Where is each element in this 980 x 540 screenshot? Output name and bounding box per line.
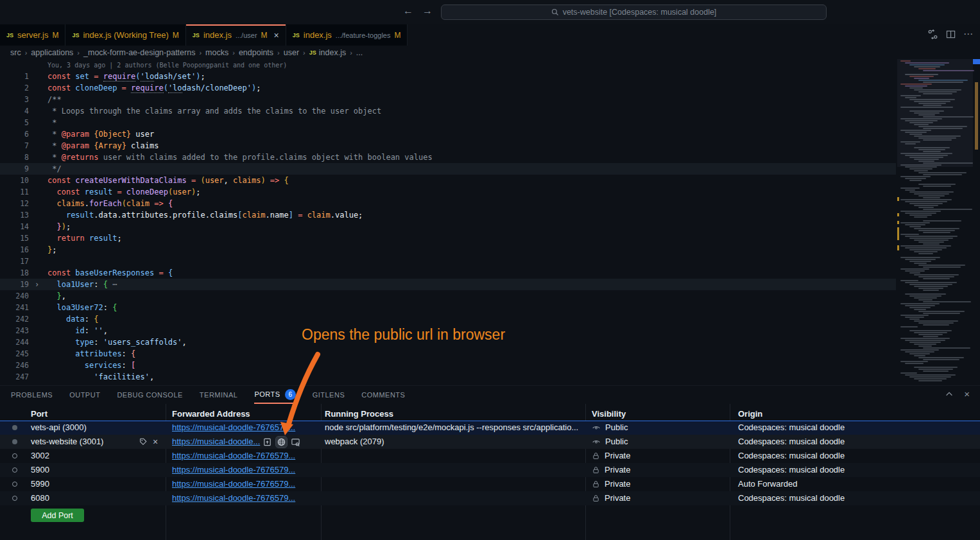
close-panel-icon[interactable]: × xyxy=(964,388,970,399)
line-number: 15 xyxy=(0,232,29,244)
forwarded-address-link[interactable]: https://musical-doodle-7676579... xyxy=(172,421,295,435)
code-text: attributes: { xyxy=(47,348,896,360)
panel-tab-problems[interactable]: PROBLEMS xyxy=(11,386,53,404)
preview-in-editor-icon[interactable] xyxy=(290,437,301,448)
code-text: * xyxy=(47,117,896,128)
nav-back-icon[interactable]: ← xyxy=(403,5,413,17)
line-number: 16 xyxy=(0,244,29,256)
breadcrumb-item[interactable]: endpoints xyxy=(239,48,273,57)
port-visibility: Private xyxy=(592,491,630,505)
panel-tab-gitlens[interactable]: GITLENS xyxy=(313,386,345,404)
title-bar: ← → vets-website [Codespaces: musical do… xyxy=(0,0,980,24)
overview-ruler[interactable] xyxy=(973,59,980,385)
breadcrumb-item[interactable]: src xyxy=(10,48,21,57)
more-actions-icon[interactable]: ⋯ xyxy=(963,28,974,40)
code-line: 14 }); xyxy=(0,221,896,232)
port-visibility: Private xyxy=(592,449,630,463)
search-text: vets-website [Codespaces: musical doodle… xyxy=(563,8,717,17)
port-row[interactable]: 3002https://musical-doodle-7676579...Pri… xyxy=(0,449,980,463)
tab-filename: index.js xyxy=(203,30,232,40)
ruler-scroll-thumb[interactable] xyxy=(975,82,978,150)
breadcrumb-item[interactable]: user xyxy=(284,48,299,57)
breadcrumb-item[interactable]: applications xyxy=(31,48,73,57)
code-text: }); xyxy=(47,221,896,232)
fold-gutter xyxy=(29,198,47,209)
fold-gutter xyxy=(29,371,47,383)
code-line: 246 services: [ xyxy=(0,360,896,371)
breadcrumb-item[interactable]: JSindex.js xyxy=(309,48,346,57)
panel-tab-debug-console[interactable]: DEBUG CONSOLE xyxy=(117,386,182,404)
code-text: 'facilities', xyxy=(47,371,896,383)
breadcrumb-item[interactable]: mocks xyxy=(205,48,228,57)
forwarded-address-link[interactable]: https://musical-doodle-7676579... xyxy=(172,477,295,491)
js-file-icon: JS xyxy=(293,32,300,39)
forwarded-address-link[interactable]: https://musical-doodle-7676579... xyxy=(172,463,295,477)
forwarded-address-link[interactable]: https://musical-doodle-7676579... xyxy=(172,449,295,463)
port-origin: Codespaces: musical doodle xyxy=(738,491,845,505)
minimap[interactable] xyxy=(897,59,973,385)
tab-path-description: .../user xyxy=(236,31,257,39)
code-text: const set = require('lodash/set'); xyxy=(47,71,896,82)
command-center-search[interactable]: vets-website [Codespaces: musical doodle… xyxy=(441,4,827,20)
col-header-origin: Origin xyxy=(738,409,762,419)
port-row[interactable]: vets-website (3001)×https://musical-dood… xyxy=(0,435,980,449)
code-text: }; xyxy=(47,244,896,256)
code-text: result.data.attributes.profile.claims[cl… xyxy=(47,209,896,221)
copy-address-icon[interactable] xyxy=(262,437,273,448)
port-visibility: Public xyxy=(592,421,628,435)
nav-forward-icon[interactable]: → xyxy=(422,5,433,17)
port-row-actions: × xyxy=(139,436,158,448)
editor-tab-1[interactable]: JSserver.jsM xyxy=(0,24,65,46)
git-blame-annotation: You, 3 days ago | 2 authors (Belle Poopo… xyxy=(47,62,287,69)
fold-gutter xyxy=(29,232,47,244)
modified-badge: M xyxy=(52,31,58,40)
port-row[interactable]: 6080https://musical-doodle-7676579...Pri… xyxy=(0,491,980,505)
port-name: vets-website (3001) xyxy=(31,435,103,449)
line-number: 9 xyxy=(0,163,29,175)
ruler-viewport-mark xyxy=(973,59,980,64)
js-file-icon: JS xyxy=(309,49,316,56)
forwarded-address-link[interactable]: https://musical-doodle-7676579... xyxy=(172,491,295,505)
running-process: webpack (2079) xyxy=(325,435,384,449)
code-line: 12 claims.forEach(claim => { xyxy=(0,198,896,209)
set-port-label-icon[interactable] xyxy=(139,437,148,446)
add-port-button[interactable]: Add Port xyxy=(31,509,84,522)
port-origin: Auto Forwarded xyxy=(738,477,798,491)
code-text: services: [ xyxy=(47,360,896,371)
code-text: return result; xyxy=(47,232,896,244)
maximize-panel-icon[interactable] xyxy=(945,390,954,399)
port-name: 5990 xyxy=(31,477,49,491)
breadcrumb-separator-icon: › xyxy=(77,49,80,57)
open-in-browser-globe-icon[interactable] xyxy=(276,437,287,448)
fold-gutter xyxy=(29,256,47,267)
close-tab-icon[interactable]: × xyxy=(274,30,279,40)
line-number: 17 xyxy=(0,256,29,267)
lock-icon xyxy=(592,480,600,489)
tab-bar: JSserver.jsMJSindex.js (Working Tree)MJS… xyxy=(0,24,980,46)
fold-chevron-icon[interactable]: › xyxy=(29,279,47,290)
line-number: 246 xyxy=(0,360,29,371)
breadcrumb-item[interactable]: _mock-form-ae-design-patterns xyxy=(83,48,195,57)
code-text: }, xyxy=(47,290,896,302)
split-editor-icon[interactable] xyxy=(946,30,956,39)
panel-tab-terminal[interactable]: TERMINAL xyxy=(200,386,238,404)
lock-icon xyxy=(592,451,600,460)
editor-tab-3[interactable]: JSindex.js.../userM× xyxy=(186,24,286,46)
line-number: 8 xyxy=(0,152,29,163)
panel-tab-output[interactable]: OUTPUT xyxy=(69,386,100,404)
port-row[interactable]: 5990https://musical-doodle-7676579...Pri… xyxy=(0,477,980,491)
editor-tab-2[interactable]: JSindex.js (Working Tree)M xyxy=(65,24,185,46)
line-number: 247 xyxy=(0,371,29,383)
open-changes-icon[interactable] xyxy=(927,29,938,40)
port-row[interactable]: 5900https://musical-doodle-7676579...Pri… xyxy=(0,463,980,477)
forwarded-address-link[interactable]: https://musical-doodle... xyxy=(172,435,260,449)
editor-actions: ⋯ xyxy=(927,28,974,40)
port-visibility: Private xyxy=(592,463,630,477)
port-running-indicator xyxy=(12,439,17,444)
panel-tab-comments[interactable]: COMMENTS xyxy=(361,386,405,404)
stop-forwarding-icon[interactable]: × xyxy=(153,437,158,447)
panel-tab-ports[interactable]: PORTS6 xyxy=(254,386,295,404)
editor-tab-4[interactable]: JSindex.js.../feature-togglesM xyxy=(286,24,408,46)
breadcrumb-item[interactable]: ... xyxy=(356,48,363,57)
port-row[interactable]: vets-api (3000)https://musical-doodle-76… xyxy=(0,421,980,435)
